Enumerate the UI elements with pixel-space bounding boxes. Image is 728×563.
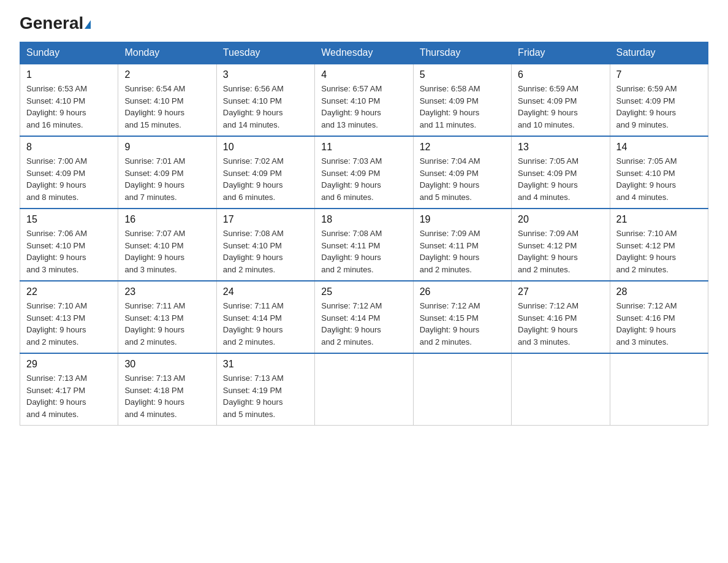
day-info: Sunrise: 6:57 AMSunset: 4:10 PMDaylight:… [321,83,406,131]
day-number: 14 [616,142,702,153]
calendar-day-cell: 12Sunrise: 7:04 AMSunset: 4:09 PMDayligh… [413,136,511,209]
calendar-day-cell: 11Sunrise: 7:03 AMSunset: 4:09 PMDayligh… [315,136,413,209]
logo-triangle-icon [85,20,91,29]
calendar-week-row: 29Sunrise: 7:13 AMSunset: 4:17 PMDayligh… [20,353,708,426]
day-number: 28 [616,286,702,297]
calendar-day-cell: 26Sunrise: 7:12 AMSunset: 4:15 PMDayligh… [413,281,511,353]
calendar-table: SundayMondayTuesdayWednesdayThursdayFrid… [20,42,708,426]
calendar-day-cell: 20Sunrise: 7:09 AMSunset: 4:12 PMDayligh… [512,209,610,281]
day-number: 23 [124,286,210,297]
weekday-header-row: SundayMondayTuesdayWednesdayThursdayFrid… [20,42,708,64]
day-number: 12 [420,142,505,153]
calendar-day-cell: 9Sunrise: 7:01 AMSunset: 4:09 PMDaylight… [118,136,216,209]
calendar-day-cell: 6Sunrise: 6:59 AMSunset: 4:09 PMDaylight… [512,64,610,136]
day-number: 3 [223,69,308,80]
weekday-header-saturday: Saturday [610,42,708,64]
day-info: Sunrise: 7:12 AMSunset: 4:16 PMDaylight:… [616,300,702,348]
day-info: Sunrise: 7:08 AMSunset: 4:10 PMDaylight:… [223,228,308,275]
day-info: Sunrise: 7:02 AMSunset: 4:09 PMDaylight:… [223,155,308,203]
day-info: Sunrise: 7:00 AMSunset: 4:09 PMDaylight:… [26,155,112,203]
day-info: Sunrise: 6:53 AMSunset: 4:10 PMDaylight:… [26,83,112,131]
calendar-day-cell: 29Sunrise: 7:13 AMSunset: 4:17 PMDayligh… [20,353,118,426]
calendar-day-cell: 4Sunrise: 6:57 AMSunset: 4:10 PMDaylight… [315,64,413,136]
calendar-day-cell: 13Sunrise: 7:05 AMSunset: 4:09 PMDayligh… [512,136,610,209]
day-info: Sunrise: 7:05 AMSunset: 4:09 PMDaylight:… [518,155,603,203]
weekday-header-monday: Monday [118,42,216,64]
day-info: Sunrise: 7:01 AMSunset: 4:09 PMDaylight:… [124,155,210,203]
calendar-day-cell: 2Sunrise: 6:54 AMSunset: 4:10 PMDaylight… [118,64,216,136]
calendar-day-cell: 23Sunrise: 7:11 AMSunset: 4:13 PMDayligh… [118,281,216,353]
day-info: Sunrise: 7:10 AMSunset: 4:12 PMDaylight:… [616,228,702,275]
day-number: 20 [518,214,603,225]
day-info: Sunrise: 7:03 AMSunset: 4:09 PMDaylight:… [321,155,406,203]
calendar-day-cell [610,353,708,426]
day-number: 26 [420,286,505,297]
day-number: 7 [616,69,702,80]
calendar-day-cell: 7Sunrise: 6:59 AMSunset: 4:09 PMDaylight… [610,64,708,136]
day-number: 10 [223,142,308,153]
day-number: 16 [124,214,210,225]
day-number: 1 [26,69,112,80]
calendar-day-cell [315,353,413,426]
calendar-day-cell: 10Sunrise: 7:02 AMSunset: 4:09 PMDayligh… [216,136,314,209]
calendar-day-cell: 28Sunrise: 7:12 AMSunset: 4:16 PMDayligh… [610,281,708,353]
calendar-day-cell: 30Sunrise: 7:13 AMSunset: 4:18 PMDayligh… [118,353,216,426]
calendar-day-cell [512,353,610,426]
calendar-day-cell: 25Sunrise: 7:12 AMSunset: 4:14 PMDayligh… [315,281,413,353]
calendar-day-cell: 14Sunrise: 7:05 AMSunset: 4:10 PMDayligh… [610,136,708,209]
calendar-day-cell: 22Sunrise: 7:10 AMSunset: 4:13 PMDayligh… [20,281,118,353]
day-number: 30 [124,359,210,370]
day-number: 8 [26,142,112,153]
day-number: 4 [321,69,406,80]
day-info: Sunrise: 6:59 AMSunset: 4:09 PMDaylight:… [518,83,603,131]
weekday-header-friday: Friday [512,42,610,64]
day-info: Sunrise: 7:12 AMSunset: 4:15 PMDaylight:… [420,300,505,348]
logo-text: General [20,15,91,32]
calendar-day-cell: 16Sunrise: 7:07 AMSunset: 4:10 PMDayligh… [118,209,216,281]
day-number: 9 [124,142,210,153]
calendar-day-cell: 21Sunrise: 7:10 AMSunset: 4:12 PMDayligh… [610,209,708,281]
calendar-day-cell: 3Sunrise: 6:56 AMSunset: 4:10 PMDaylight… [216,64,314,136]
day-info: Sunrise: 6:59 AMSunset: 4:09 PMDaylight:… [616,83,702,131]
day-info: Sunrise: 7:07 AMSunset: 4:10 PMDaylight:… [124,228,210,275]
day-number: 21 [616,214,702,225]
day-number: 18 [321,214,406,225]
day-number: 11 [321,142,406,153]
day-info: Sunrise: 6:56 AMSunset: 4:10 PMDaylight:… [223,83,308,131]
calendar-week-row: 22Sunrise: 7:10 AMSunset: 4:13 PMDayligh… [20,281,708,353]
day-info: Sunrise: 7:13 AMSunset: 4:19 PMDaylight:… [223,372,308,420]
calendar-day-cell: 27Sunrise: 7:12 AMSunset: 4:16 PMDayligh… [512,281,610,353]
day-info: Sunrise: 7:09 AMSunset: 4:11 PMDaylight:… [420,228,505,275]
calendar-day-cell: 19Sunrise: 7:09 AMSunset: 4:11 PMDayligh… [413,209,511,281]
day-info: Sunrise: 7:06 AMSunset: 4:10 PMDaylight:… [26,228,112,275]
calendar-week-row: 15Sunrise: 7:06 AMSunset: 4:10 PMDayligh… [20,209,708,281]
calendar-day-cell: 18Sunrise: 7:08 AMSunset: 4:11 PMDayligh… [315,209,413,281]
day-info: Sunrise: 6:54 AMSunset: 4:10 PMDaylight:… [124,83,210,131]
day-number: 2 [124,69,210,80]
day-number: 22 [26,286,112,297]
calendar-day-cell: 1Sunrise: 6:53 AMSunset: 4:10 PMDaylight… [20,64,118,136]
calendar-week-row: 8Sunrise: 7:00 AMSunset: 4:09 PMDaylight… [20,136,708,209]
day-number: 17 [223,214,308,225]
calendar-day-cell: 8Sunrise: 7:00 AMSunset: 4:09 PMDaylight… [20,136,118,209]
day-number: 6 [518,69,603,80]
calendar-day-cell: 17Sunrise: 7:08 AMSunset: 4:10 PMDayligh… [216,209,314,281]
day-number: 15 [26,214,112,225]
day-number: 29 [26,359,112,370]
weekday-header-tuesday: Tuesday [216,42,314,64]
day-info: Sunrise: 7:13 AMSunset: 4:18 PMDaylight:… [124,372,210,420]
day-info: Sunrise: 7:12 AMSunset: 4:16 PMDaylight:… [518,300,603,348]
weekday-header-sunday: Sunday [20,42,118,64]
day-number: 19 [420,214,505,225]
page-header: General [20,15,708,31]
day-info: Sunrise: 7:10 AMSunset: 4:13 PMDaylight:… [26,300,112,348]
calendar-day-cell: 5Sunrise: 6:58 AMSunset: 4:09 PMDaylight… [413,64,511,136]
day-info: Sunrise: 7:11 AMSunset: 4:14 PMDaylight:… [223,300,308,348]
calendar-day-cell [413,353,511,426]
calendar-week-row: 1Sunrise: 6:53 AMSunset: 4:10 PMDaylight… [20,64,708,136]
day-info: Sunrise: 6:58 AMSunset: 4:09 PMDaylight:… [420,83,505,131]
weekday-header-thursday: Thursday [413,42,511,64]
day-number: 13 [518,142,603,153]
day-number: 31 [223,359,308,370]
day-number: 5 [420,69,505,80]
